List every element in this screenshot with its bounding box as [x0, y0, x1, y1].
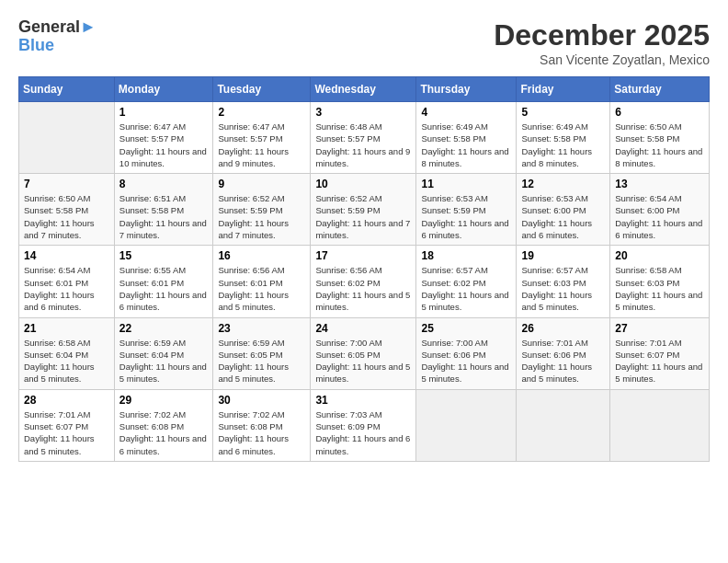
calendar-cell: 10 Sunrise: 6:52 AM Sunset: 5:59 PM Dayl…: [311, 174, 416, 246]
sunset-info: Sunset: 5:59 PM: [315, 204, 411, 216]
calendar-week-row: 1 Sunrise: 6:47 AM Sunset: 5:57 PM Dayli…: [19, 102, 710, 174]
day-number: 26: [521, 322, 605, 335]
daylight-info: Daylight: 11 hours and 5 minutes.: [421, 361, 511, 385]
sunrise-info: Sunrise: 7:00 AM: [421, 337, 511, 349]
sunrise-info: Sunrise: 6:52 AM: [218, 192, 305, 204]
day-number: 16: [218, 249, 305, 262]
calendar-cell: 16 Sunrise: 6:56 AM Sunset: 6:01 PM Dayl…: [213, 246, 311, 317]
daylight-info: Daylight: 11 hours and 5 minutes.: [218, 289, 305, 314]
sunrise-info: Sunrise: 6:59 AM: [218, 337, 305, 349]
daylight-info: Daylight: 11 hours and 5 minutes.: [315, 361, 411, 385]
sunrise-info: Sunrise: 6:56 AM: [315, 264, 411, 276]
day-number: 10: [315, 178, 411, 190]
weekday-header: Monday: [114, 77, 213, 102]
sunrise-info: Sunrise: 6:59 AM: [119, 337, 209, 349]
day-number: 21: [24, 322, 109, 335]
calendar-week-row: 28 Sunrise: 7:01 AM Sunset: 6:07 PM Dayl…: [19, 389, 710, 461]
calendar-week-row: 7 Sunrise: 6:50 AM Sunset: 5:58 PM Dayli…: [19, 174, 710, 246]
calendar-cell: 22 Sunrise: 6:59 AM Sunset: 6:04 PM Dayl…: [114, 317, 213, 389]
sunrise-info: Sunrise: 6:49 AM: [521, 121, 605, 132]
daylight-info: Daylight: 11 hours and 10 minutes.: [119, 145, 209, 170]
sunset-info: Sunset: 6:01 PM: [218, 277, 305, 289]
weekday-header-row: SundayMondayTuesdayWednesdayThursdayFrid…: [19, 77, 710, 102]
daylight-info: Daylight: 11 hours and 6 minutes.: [218, 432, 305, 457]
day-number: 22: [119, 322, 209, 335]
day-info: Sunrise: 7:00 AM Sunset: 6:05 PM Dayligh…: [315, 337, 411, 385]
day-number: 8: [119, 178, 209, 190]
calendar-cell: 23 Sunrise: 6:59 AM Sunset: 6:05 PM Dayl…: [213, 317, 311, 389]
calendar-cell: 14 Sunrise: 6:54 AM Sunset: 6:01 PM Dayl…: [19, 246, 115, 317]
day-number: 5: [521, 106, 605, 119]
sunset-info: Sunset: 5:59 PM: [218, 204, 305, 216]
day-info: Sunrise: 7:00 AM Sunset: 6:06 PM Dayligh…: [421, 337, 511, 385]
sunset-info: Sunset: 6:05 PM: [218, 349, 305, 361]
sunset-info: Sunset: 6:07 PM: [24, 420, 109, 432]
sunset-info: Sunset: 6:08 PM: [119, 420, 209, 432]
sunrise-info: Sunrise: 6:58 AM: [615, 264, 704, 276]
day-info: Sunrise: 6:55 AM Sunset: 6:01 PM Dayligh…: [119, 264, 209, 313]
calendar-cell: 25 Sunrise: 7:00 AM Sunset: 6:06 PM Dayl…: [416, 317, 517, 389]
day-info: Sunrise: 6:52 AM Sunset: 5:59 PM Dayligh…: [315, 192, 411, 241]
calendar-cell: 11 Sunrise: 6:53 AM Sunset: 5:59 PM Dayl…: [416, 174, 517, 246]
sunset-info: Sunset: 6:08 PM: [218, 420, 305, 432]
day-number: 3: [315, 106, 411, 119]
sunrise-info: Sunrise: 6:52 AM: [315, 192, 411, 204]
calendar-cell: 12 Sunrise: 6:53 AM Sunset: 6:00 PM Dayl…: [517, 174, 610, 246]
weekday-header: Sunday: [19, 77, 115, 102]
sunrise-info: Sunrise: 6:56 AM: [218, 264, 305, 276]
sunset-info: Sunset: 5:58 PM: [24, 204, 109, 216]
sunset-info: Sunset: 6:04 PM: [24, 349, 109, 361]
weekday-header: Thursday: [416, 77, 517, 102]
sunset-info: Sunset: 6:07 PM: [615, 349, 704, 361]
sunrise-info: Sunrise: 7:01 AM: [521, 337, 605, 349]
sunset-info: Sunset: 5:58 PM: [521, 132, 605, 144]
day-info: Sunrise: 7:01 AM Sunset: 6:06 PM Dayligh…: [521, 337, 605, 385]
calendar-cell: 27 Sunrise: 7:01 AM Sunset: 6:07 PM Dayl…: [610, 317, 710, 389]
day-info: Sunrise: 6:59 AM Sunset: 6:04 PM Dayligh…: [119, 337, 209, 385]
calendar-cell: [517, 389, 610, 461]
calendar-cell: 5 Sunrise: 6:49 AM Sunset: 5:58 PM Dayli…: [517, 102, 610, 174]
sunset-info: Sunset: 6:06 PM: [521, 349, 605, 361]
sunrise-info: Sunrise: 6:55 AM: [119, 264, 209, 276]
sunrise-info: Sunrise: 6:50 AM: [24, 192, 109, 204]
day-info: Sunrise: 6:48 AM Sunset: 5:57 PM Dayligh…: [315, 121, 411, 169]
day-number: 18: [421, 249, 511, 262]
day-number: 31: [315, 394, 411, 407]
day-info: Sunrise: 7:01 AM Sunset: 6:07 PM Dayligh…: [615, 337, 704, 385]
logo: General► Blue: [18, 18, 97, 55]
day-info: Sunrise: 7:03 AM Sunset: 6:09 PM Dayligh…: [315, 408, 411, 457]
sunset-info: Sunset: 5:58 PM: [421, 132, 511, 144]
daylight-info: Daylight: 11 hours and 5 minutes.: [615, 289, 704, 314]
day-info: Sunrise: 6:57 AM Sunset: 6:02 PM Dayligh…: [421, 264, 511, 313]
day-info: Sunrise: 6:50 AM Sunset: 5:58 PM Dayligh…: [615, 121, 704, 169]
calendar-cell: 7 Sunrise: 6:50 AM Sunset: 5:58 PM Dayli…: [19, 174, 115, 246]
daylight-info: Daylight: 11 hours and 8 minutes.: [421, 145, 511, 170]
calendar-cell: 15 Sunrise: 6:55 AM Sunset: 6:01 PM Dayl…: [114, 246, 213, 317]
daylight-info: Daylight: 11 hours and 5 minutes.: [521, 361, 605, 385]
calendar-cell: 9 Sunrise: 6:52 AM Sunset: 5:59 PM Dayli…: [213, 174, 311, 246]
day-number: 29: [119, 394, 209, 407]
day-info: Sunrise: 7:02 AM Sunset: 6:08 PM Dayligh…: [218, 408, 305, 457]
sunset-info: Sunset: 6:00 PM: [615, 204, 704, 216]
sunset-info: Sunset: 6:02 PM: [421, 277, 511, 289]
day-number: 23: [218, 322, 305, 335]
day-info: Sunrise: 6:56 AM Sunset: 6:01 PM Dayligh…: [218, 264, 305, 313]
calendar-cell: [19, 102, 115, 174]
calendar-cell: 13 Sunrise: 6:54 AM Sunset: 6:00 PM Dayl…: [610, 174, 710, 246]
day-info: Sunrise: 6:56 AM Sunset: 6:02 PM Dayligh…: [315, 264, 411, 313]
day-number: 15: [119, 249, 209, 262]
sunset-info: Sunset: 6:02 PM: [315, 277, 411, 289]
sunrise-info: Sunrise: 7:03 AM: [315, 408, 411, 420]
day-number: 9: [218, 178, 305, 190]
sunset-info: Sunset: 5:59 PM: [421, 204, 511, 216]
daylight-info: Daylight: 11 hours and 8 minutes.: [521, 145, 605, 170]
day-info: Sunrise: 6:49 AM Sunset: 5:58 PM Dayligh…: [421, 121, 511, 169]
calendar-cell: 21 Sunrise: 6:58 AM Sunset: 6:04 PM Dayl…: [19, 317, 115, 389]
day-info: Sunrise: 6:57 AM Sunset: 6:03 PM Dayligh…: [521, 264, 605, 313]
sunrise-info: Sunrise: 7:00 AM: [315, 337, 411, 349]
daylight-info: Daylight: 11 hours and 5 minutes.: [24, 361, 109, 385]
calendar-cell: 18 Sunrise: 6:57 AM Sunset: 6:02 PM Dayl…: [416, 246, 517, 317]
day-number: 6: [615, 106, 704, 119]
sunrise-info: Sunrise: 7:01 AM: [615, 337, 704, 349]
sunrise-info: Sunrise: 6:53 AM: [421, 192, 511, 204]
